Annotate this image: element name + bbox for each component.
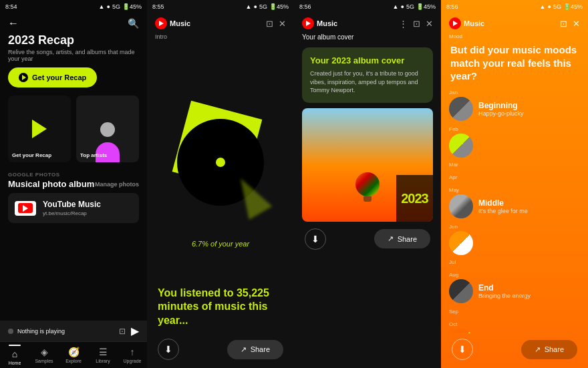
nav-explore[interactable]: 🧭 Explore	[59, 347, 88, 363]
logo-text: Music	[170, 19, 190, 27]
card2-label: Top artists	[80, 152, 107, 158]
minutes-text: You listened to 35,225 minutes of music …	[147, 281, 294, 333]
cast-icon-2[interactable]: ⊡	[266, 19, 273, 29]
time-4: 8:56	[446, 3, 458, 10]
footer-2: ⬇ ↗ Share	[147, 333, 294, 368]
time-3: 8:56	[299, 3, 311, 10]
month-jul-spacer	[449, 266, 580, 272]
balloon-art	[355, 172, 380, 202]
mood-name-end: End	[478, 283, 580, 293]
manage-photos-button[interactable]: Manage photos	[95, 181, 139, 188]
close-icon-4[interactable]: ✕	[573, 19, 580, 29]
month-feb: Feb	[449, 126, 580, 132]
header-2: Music ⊡ ✕	[147, 13, 294, 32]
mood-text-beginning: Beginning Happy-go-plucky	[478, 101, 580, 117]
month-apr-spacer	[449, 182, 580, 187]
footer-3: ⬇ ↗ Share	[294, 222, 441, 258]
minutes-headline: You listened to 35,225 minutes of music …	[158, 287, 283, 328]
record-wrap	[167, 102, 274, 222]
mood-item-end: End Bringing the energy	[449, 279, 580, 303]
mood-item-jun	[449, 231, 580, 255]
status-bar-2: 8:55 ▲● 5G🔋45%	[147, 0, 294, 13]
music-logo: Music	[155, 17, 190, 29]
play-triangle-icon	[32, 120, 47, 138]
balloon-basket	[363, 196, 372, 202]
google-photos-label: GOOGLE PHOTOS	[0, 169, 147, 179]
album-card-title: Your 2023 album cover	[310, 55, 425, 65]
logo-play-icon	[159, 21, 164, 26]
header-icons-4: ⊡ ✕	[560, 19, 580, 29]
now-playing-bar: Nothing is playing ⊡ ▶	[0, 321, 147, 341]
header-3: Music ⋮ ⊡ ✕	[294, 13, 441, 32]
page-title: 2023 Recap	[0, 32, 147, 49]
screen-recap: 8:54 ▲ ● 5G 🔋45% ← 🔍 2023 Recap Relive t…	[0, 0, 147, 368]
share-button-3[interactable]: ↗ Share	[374, 229, 430, 248]
silhouette-head	[100, 122, 115, 137]
avatar-oct	[449, 329, 473, 334]
screen-moods: 8:56 ▲● 5G🔋45% Music ⊡ ✕ Mood But did yo…	[441, 0, 588, 368]
month-jan: Jan	[449, 89, 580, 96]
recap-btn-label: Get your Recap	[32, 73, 86, 81]
mood-name-middle: Middle	[478, 198, 580, 208]
month-sep: Sep	[449, 309, 580, 315]
download-button-2[interactable]: ⬇	[158, 339, 179, 360]
top-artists-card[interactable]: Top artists	[76, 96, 139, 162]
album-section-title: Musical photo album Manage photos	[0, 179, 147, 193]
yt-text-block: YouTube Music yt.be/music/Recap	[43, 200, 101, 216]
month-mar-spacer	[449, 169, 580, 174]
music-logo-3: Music	[302, 17, 337, 29]
now-playing-dot	[8, 329, 13, 334]
mood-sub-beginning: Happy-go-plucky	[478, 110, 580, 117]
nav-library[interactable]: ☰ Library	[88, 347, 118, 363]
mood-item-middle: Middle It's the glee for me	[449, 194, 580, 218]
download-button-3[interactable]: ⬇	[305, 228, 326, 250]
page-subtitle: Relive the songs, artists, and albums th…	[0, 49, 147, 67]
share-icon-3: ↗	[388, 234, 394, 243]
header-icons-3: ⋮ ⊡ ✕	[399, 19, 433, 29]
search-icon[interactable]: 🔍	[128, 18, 139, 29]
more-icon-3[interactable]: ⋮	[399, 19, 408, 29]
close-icon-3[interactable]: ✕	[426, 19, 433, 29]
avatar-jun	[449, 231, 473, 255]
download-button-4[interactable]: ⬇	[452, 339, 473, 360]
share-button-4[interactable]: ↗ Share	[521, 340, 577, 359]
logo-text-4: Music	[464, 19, 484, 27]
cast-icon-3[interactable]: ⊡	[413, 19, 420, 29]
cast-icon-4[interactable]: ⊡	[560, 19, 567, 29]
album-card-text: Created just for you, it's a tribute to …	[310, 69, 425, 95]
mood-sub-end: Bringing the energy	[478, 293, 580, 299]
mood-name-beginning: Beginning	[478, 101, 580, 110]
nav-samples[interactable]: ◈ Samples	[29, 347, 59, 363]
now-playing-text: Nothing is playing	[17, 328, 65, 335]
header-4: Music ⊡ ✕	[441, 13, 588, 32]
mood-item-feb	[449, 134, 580, 158]
back-icon[interactable]: ←	[8, 17, 19, 29]
avatar-feb	[449, 134, 473, 158]
month-apr: Apr	[449, 174, 580, 180]
logo-circle-3	[302, 17, 314, 29]
balloon-body	[355, 172, 380, 196]
mood-item-oct	[449, 329, 580, 334]
breadcrumb-3: Your album cover	[294, 32, 441, 45]
card1-label: Get your Recap	[12, 152, 51, 158]
get-recap-button[interactable]: Get your Recap	[8, 67, 97, 87]
youtube-music-card[interactable]: YouTube Music yt.be/music/Recap	[8, 193, 139, 223]
month-sep-spacer	[449, 316, 580, 321]
get-recap-card[interactable]: Get your Recap	[8, 96, 71, 162]
nav-home[interactable]: ⌂ Home	[0, 345, 29, 365]
cast-icon[interactable]: ⊡	[119, 327, 126, 336]
vinyl-center	[216, 158, 225, 167]
status-bar-3: 8:56 ▲● 5G🔋45%	[294, 0, 441, 13]
nav-upgrade[interactable]: ↑ Upgrade	[118, 347, 147, 363]
mood-question: But did your music moods match your real…	[441, 41, 588, 89]
header-icons-2: ⊡ ✕	[266, 19, 286, 29]
status-bar-4: 8:56 ▲● 5G🔋45%	[441, 0, 588, 13]
month-jul: Jul	[449, 259, 580, 265]
close-icon-2[interactable]: ✕	[279, 19, 286, 29]
share-button-2[interactable]: ↗ Share	[227, 340, 283, 359]
logo-text-3: Music	[317, 19, 337, 27]
time-1: 8:54	[5, 3, 17, 10]
now-play-icon[interactable]: ▶	[131, 325, 139, 337]
status-bar-1: 8:54 ▲ ● 5G 🔋45%	[0, 0, 147, 13]
play-icon	[19, 73, 28, 82]
